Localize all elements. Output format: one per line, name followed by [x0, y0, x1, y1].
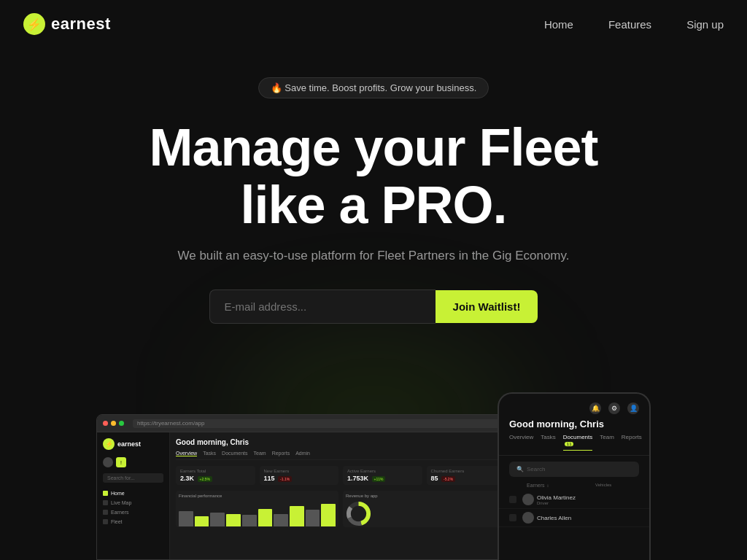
nav-home[interactable]: Home: [544, 18, 573, 31]
desktop-stats: Earners Total 2.3K +2.5% New Earners 115…: [176, 466, 506, 485]
row1-info: Olivia Martinez Driver: [537, 494, 576, 505]
donut-chart-svg: [346, 501, 371, 526]
mobile-col-earners: Earners ↕: [527, 483, 595, 488]
mobile-tab-reports[interactable]: Reports: [622, 434, 642, 451]
mobile-search-icon: 🔍: [516, 466, 524, 472]
nav-features[interactable]: Features: [608, 18, 651, 31]
browser-bar: https://tryearnest.com/app: [97, 415, 511, 432]
row1-earner: Olivia Martinez Driver: [522, 494, 639, 505]
browser-url: https://tryearnest.com/app: [133, 419, 500, 428]
mobile-settings-icon[interactable]: ⚙: [608, 402, 620, 414]
desk-logo: ⚡ earnest: [103, 438, 163, 450]
financial-chart: Financial performance: [176, 491, 338, 527]
mobile-topbar: 🔔 ⚙ 👤: [499, 394, 649, 419]
browser-dot-green: [119, 421, 124, 426]
mobile-table-header: Earners ↕ Vehicles: [499, 483, 649, 488]
desktop-tabs: Overview Tasks Documents Team Reports Ad…: [176, 451, 506, 460]
desk-search[interactable]: Search for...: [103, 473, 163, 483]
desk-nav-home[interactable]: Home: [103, 489, 163, 498]
browser-dot-red: [103, 421, 108, 426]
desk-avatar: [103, 457, 113, 467]
hero-title-line2: like a PRO.: [240, 176, 506, 234]
tab-team[interactable]: Team: [254, 451, 266, 456]
mobile-col-checkbox: [509, 483, 527, 488]
nav-links: Home Features Sign up: [544, 18, 724, 31]
tab-admin[interactable]: Admin: [295, 451, 310, 456]
mobile-tabs: Overview Tasks Documents 11 Team Reports: [499, 434, 649, 456]
mobile-row-1: Olivia Martinez Driver: [499, 491, 649, 509]
desktop-preview: https://tryearnest.com/app ⚡ earnest ! S…: [96, 414, 512, 560]
row2-info: Charles Allen: [537, 515, 571, 521]
desk-nav-earners[interactable]: Earners: [103, 508, 163, 517]
desk-nav-fleet[interactable]: Fleet: [103, 517, 163, 526]
mobile-tab-team[interactable]: Team: [600, 434, 614, 451]
mobile-tab-badge: 11: [565, 442, 574, 446]
desk-logo-text: earnest: [117, 440, 141, 448]
tab-overview[interactable]: Overview: [176, 451, 197, 456]
mobile-col-vehicles: Vehicles: [595, 483, 639, 488]
mobile-search[interactable]: 🔍 Search: [509, 462, 639, 477]
mobile-row-2: Charles Allen: [499, 509, 649, 527]
logo-text: earnest: [51, 15, 111, 34]
mobile-preview: 🔔 ⚙ 👤 Good morning, Chris Overview Tasks…: [498, 392, 651, 560]
row2-earner: Charles Allen: [522, 512, 639, 524]
hero-title: Manage your Fleet like a PRO.: [23, 119, 724, 234]
revenue-by-app-chart: Revenue by app: [343, 491, 506, 527]
hero-title-line1: Manage your Fleet: [149, 118, 597, 176]
tab-tasks[interactable]: Tasks: [203, 451, 216, 456]
hero-section: 🔥 Save time. Boost profits. Grow your bu…: [0, 48, 747, 324]
desk-avatar-row: !: [103, 457, 163, 467]
mobile-tab-overview[interactable]: Overview: [509, 434, 533, 451]
chart-bars: [179, 501, 336, 526]
navbar: ⚡ earnest Home Features Sign up: [0, 0, 747, 48]
logo[interactable]: ⚡ earnest: [23, 13, 111, 35]
hero-cta: Join Waitlist!: [191, 289, 556, 324]
stat-new-earners: New Earners 115 -1.1%: [260, 466, 339, 485]
preview-area: https://tryearnest.com/app ⚡ earnest ! S…: [0, 392, 747, 560]
desktop-sidebar: ⚡ earnest ! Search for... Home Live Map: [97, 432, 170, 559]
desk-notification: !: [116, 457, 126, 467]
row2-checkbox[interactable]: [509, 514, 516, 521]
row1-avatar: [522, 494, 534, 505]
stat-active-earners: Active Earners 1.753K +11%: [343, 466, 422, 485]
desk-logo-icon: ⚡: [103, 438, 115, 450]
desktop-charts: Financial performance: [176, 491, 506, 527]
email-input[interactable]: [209, 289, 436, 324]
tab-documents[interactable]: Documents: [222, 451, 247, 456]
desk-nav-livemap[interactable]: Live Map: [103, 498, 163, 508]
join-waitlist-button[interactable]: Join Waitlist!: [436, 290, 538, 323]
logo-icon: ⚡: [23, 13, 45, 35]
row1-checkbox[interactable]: [509, 496, 516, 503]
desktop-greeting: Good morning, Chris: [176, 438, 506, 446]
hero-subtitle: We built an easy-to-use platform for Fle…: [23, 249, 724, 263]
desktop-content: ⚡ earnest ! Search for... Home Live Map: [97, 432, 511, 559]
row2-avatar: [522, 512, 534, 524]
tab-reports[interactable]: Reports: [272, 451, 290, 456]
browser-dot-yellow: [111, 421, 116, 426]
stat-churned-earners: Churned Earners 85 -5.2%: [427, 466, 506, 485]
desktop-main: Good morning, Chris Overview Tasks Docum…: [170, 432, 511, 559]
mobile-notification-icon[interactable]: 🔔: [589, 402, 601, 414]
hero-badge: 🔥 Save time. Boost profits. Grow your bu…: [258, 77, 489, 98]
nav-signup[interactable]: Sign up: [686, 18, 724, 31]
stat-earners-total: Earners Total 2.3K +2.5%: [176, 466, 255, 485]
mobile-profile-icon[interactable]: 👤: [627, 402, 639, 414]
mobile-greeting: Good morning, Chris: [499, 419, 649, 434]
mobile-tab-tasks[interactable]: Tasks: [541, 434, 555, 451]
sort-icon: ↕: [547, 483, 549, 488]
mobile-tab-documents[interactable]: Documents 11: [563, 434, 592, 451]
